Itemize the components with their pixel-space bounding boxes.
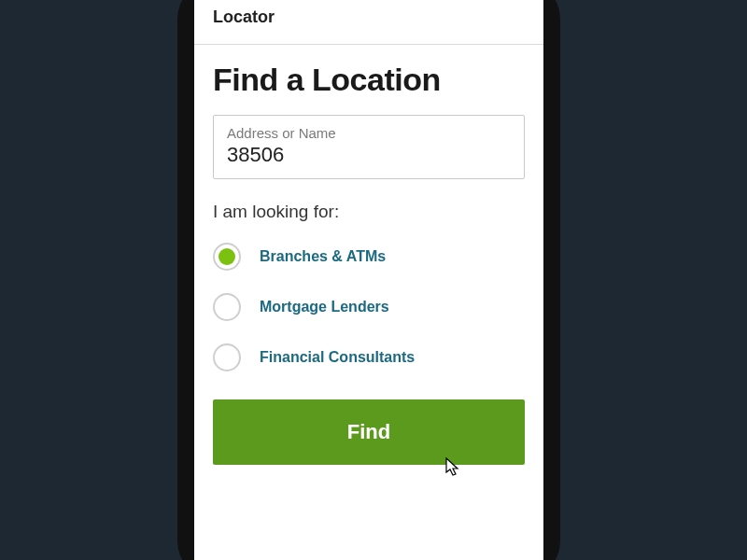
address-input[interactable] — [227, 143, 511, 167]
content-area: Find a Location Address or Name I am loo… — [194, 45, 543, 487]
find-button[interactable]: Find — [213, 399, 525, 465]
phone-frame: Locator Find a Location Address or Name … — [177, 0, 560, 560]
address-label: Address or Name — [227, 125, 511, 141]
option-mortgage-lenders[interactable]: Mortgage Lenders — [213, 293, 525, 321]
option-financial-consultants[interactable]: Financial Consultants — [213, 343, 525, 371]
address-field[interactable]: Address or Name — [213, 115, 525, 179]
option-label: Branches & ATMs — [260, 248, 386, 265]
page-title: Find a Location — [213, 62, 525, 98]
screen-header: Locator — [194, 0, 543, 45]
radio-icon — [213, 243, 241, 271]
app-screen: Locator Find a Location Address or Name … — [194, 0, 543, 560]
option-label: Mortgage Lenders — [260, 299, 389, 315]
looking-for-label: I am looking for: — [213, 202, 525, 222]
radio-icon — [213, 293, 241, 321]
option-branches-atms[interactable]: Branches & ATMs — [213, 243, 525, 271]
option-label: Financial Consultants — [260, 349, 415, 366]
header-title: Locator — [213, 7, 525, 27]
radio-icon — [213, 343, 241, 371]
